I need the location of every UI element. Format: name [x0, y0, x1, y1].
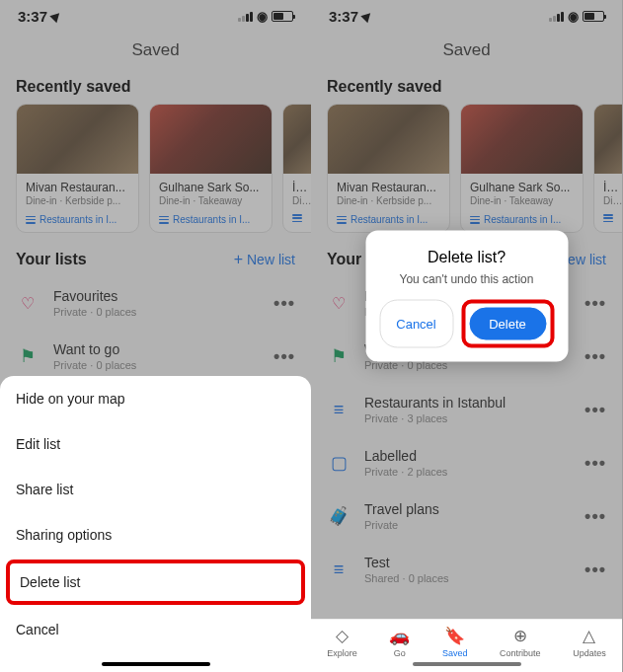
- dialog-delete-button[interactable]: Delete: [469, 307, 546, 339]
- nav-contribute[interactable]: ⊕Contribute: [500, 626, 541, 658]
- home-indicator[interactable]: [413, 662, 521, 666]
- phone-left: 3:37 ◉ Saved Recently saved Mivan Restau…: [0, 0, 311, 672]
- dialog-title: Delete list?: [379, 248, 554, 265]
- sheet-sharing-options[interactable]: Sharing options: [0, 512, 311, 558]
- bookmark-icon: 🔖: [444, 626, 465, 646]
- car-icon: 🚗: [389, 626, 410, 646]
- nav-updates[interactable]: △Updates: [573, 626, 606, 658]
- sheet-cancel[interactable]: Cancel: [0, 607, 311, 652]
- delete-dialog: Delete list? You can't undo this action …: [365, 230, 568, 361]
- bottom-nav: ◇Explore 🚗Go 🔖Saved ⊕Contribute △Updates: [311, 619, 622, 672]
- nav-saved[interactable]: 🔖Saved: [442, 626, 468, 658]
- phone-right: 3:37 ◉ Saved Recently saved Mivan Restau…: [311, 0, 622, 672]
- action-sheet: Hide on your map Edit list Share list Sh…: [0, 376, 311, 672]
- nav-go[interactable]: 🚗Go: [389, 626, 410, 658]
- dialog-message: You can't undo this action: [379, 271, 554, 285]
- sheet-edit[interactable]: Edit list: [0, 421, 311, 467]
- sheet-delete[interactable]: Delete list: [6, 560, 305, 605]
- home-indicator[interactable]: [102, 662, 210, 666]
- pin-icon: ◇: [336, 626, 349, 646]
- sheet-hide[interactable]: Hide on your map: [0, 376, 311, 421]
- plus-circle-icon: ⊕: [513, 626, 527, 646]
- dialog-cancel-button[interactable]: Cancel: [379, 299, 453, 347]
- nav-explore[interactable]: ◇Explore: [327, 626, 357, 658]
- bell-icon: △: [583, 626, 595, 646]
- sheet-share[interactable]: Share list: [0, 467, 311, 512]
